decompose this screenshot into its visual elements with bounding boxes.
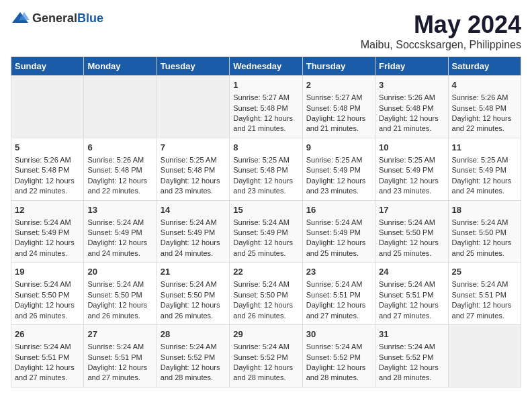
calendar-cell: 1Sunrise: 5:27 AMSunset: 5:48 PMDaylight… — [230, 76, 302, 138]
day-number: 21 — [161, 266, 226, 278]
day-info: Sunrise: 5:25 AM — [379, 155, 444, 165]
day-info: and 26 minutes. — [161, 311, 226, 321]
calendar-cell: 28Sunrise: 5:24 AMSunset: 5:52 PMDayligh… — [157, 325, 229, 387]
day-number: 1 — [233, 79, 298, 91]
day-info: Sunset: 5:49 PM — [161, 228, 226, 238]
week-row-4: 19Sunrise: 5:24 AMSunset: 5:50 PMDayligh… — [11, 263, 521, 325]
calendar-cell: 14Sunrise: 5:24 AMSunset: 5:49 PMDayligh… — [157, 200, 229, 263]
day-number: 26 — [15, 328, 80, 340]
day-info: Sunset: 5:48 PM — [452, 103, 517, 113]
day-info: Sunrise: 5:24 AM — [306, 342, 371, 352]
day-number: 31 — [379, 328, 444, 340]
header-day-friday: Friday — [375, 57, 448, 76]
calendar-cell: 19Sunrise: 5:24 AMSunset: 5:50 PMDayligh… — [11, 263, 84, 325]
day-info: Daylight: 12 hours — [452, 113, 517, 124]
day-number: 17 — [379, 204, 444, 216]
day-info: Sunset: 5:48 PM — [233, 165, 298, 175]
day-info: Sunrise: 5:25 AM — [452, 155, 517, 165]
day-info: Daylight: 12 hours — [161, 363, 226, 373]
header-day-thursday: Thursday — [302, 57, 375, 76]
day-info: Sunrise: 5:26 AM — [452, 93, 517, 103]
day-info: and 25 minutes. — [379, 248, 444, 259]
day-number: 30 — [306, 328, 371, 340]
day-info: Sunset: 5:49 PM — [87, 228, 152, 238]
day-info: Sunset: 5:51 PM — [306, 290, 371, 300]
calendar-cell: 11Sunrise: 5:25 AMSunset: 5:49 PMDayligh… — [448, 138, 521, 200]
day-info: Daylight: 12 hours — [15, 176, 80, 186]
calendar-cell: 13Sunrise: 5:24 AMSunset: 5:49 PMDayligh… — [84, 200, 157, 263]
day-info: and 27 minutes. — [452, 311, 517, 321]
day-info: Sunrise: 5:24 AM — [161, 342, 226, 352]
day-info: Daylight: 12 hours — [87, 238, 152, 248]
day-info: and 28 minutes. — [161, 373, 226, 383]
day-info: Sunrise: 5:24 AM — [15, 218, 80, 228]
day-info: Daylight: 12 hours — [233, 363, 298, 373]
day-number: 5 — [15, 142, 80, 154]
week-row-3: 12Sunrise: 5:24 AMSunset: 5:49 PMDayligh… — [11, 200, 521, 263]
calendar-cell: 24Sunrise: 5:24 AMSunset: 5:51 PMDayligh… — [375, 263, 448, 325]
day-info: and 21 minutes. — [306, 124, 371, 134]
day-number: 14 — [161, 204, 226, 216]
day-info: Daylight: 12 hours — [233, 113, 298, 124]
calendar-cell — [11, 76, 84, 138]
day-info: Sunrise: 5:24 AM — [161, 279, 226, 289]
day-number: 12 — [15, 204, 80, 216]
day-info: Sunset: 5:49 PM — [306, 165, 371, 175]
day-info: Daylight: 12 hours — [306, 238, 371, 248]
day-info: Sunset: 5:51 PM — [379, 290, 444, 300]
calendar-cell: 26Sunrise: 5:24 AMSunset: 5:51 PMDayligh… — [11, 325, 84, 387]
day-number: 6 — [87, 142, 152, 154]
week-row-5: 26Sunrise: 5:24 AMSunset: 5:51 PMDayligh… — [11, 325, 521, 387]
day-info: Sunrise: 5:24 AM — [379, 342, 444, 352]
day-info: Sunrise: 5:24 AM — [379, 279, 444, 289]
day-info: and 22 minutes. — [15, 186, 80, 196]
day-info: Sunrise: 5:24 AM — [233, 279, 298, 289]
calendar-cell: 18Sunrise: 5:24 AMSunset: 5:50 PMDayligh… — [448, 200, 521, 263]
header-day-monday: Monday — [84, 57, 157, 76]
day-info: Sunset: 5:49 PM — [233, 228, 298, 238]
day-info: Daylight: 12 hours — [15, 363, 80, 373]
day-info: Sunrise: 5:24 AM — [306, 279, 371, 289]
day-info: Sunrise: 5:24 AM — [87, 342, 152, 352]
day-info: Sunset: 5:52 PM — [233, 353, 298, 363]
logo-general: General — [32, 11, 77, 25]
week-row-2: 5Sunrise: 5:26 AMSunset: 5:48 PMDaylight… — [11, 138, 521, 200]
calendar-cell: 27Sunrise: 5:24 AMSunset: 5:51 PMDayligh… — [84, 325, 157, 387]
day-info: and 26 minutes. — [87, 311, 152, 321]
day-info: Sunset: 5:52 PM — [161, 353, 226, 363]
calendar-body: 1Sunrise: 5:27 AMSunset: 5:48 PMDaylight… — [11, 76, 521, 387]
page-header: GeneralBlue May 2024 Maibu, Soccsksargen… — [11, 11, 521, 51]
header-row: SundayMondayTuesdayWednesdayThursdayFrid… — [11, 57, 521, 76]
title-area: May 2024 Maibu, Soccsksargen, Philippine… — [361, 11, 521, 51]
day-info: Sunrise: 5:24 AM — [452, 279, 517, 289]
calendar-cell: 15Sunrise: 5:24 AMSunset: 5:49 PMDayligh… — [230, 200, 302, 263]
logo-blue: Blue — [77, 11, 103, 25]
day-info: Sunrise: 5:27 AM — [233, 93, 298, 103]
day-number: 27 — [87, 328, 152, 340]
day-info: and 24 minutes. — [87, 248, 152, 259]
calendar-cell: 25Sunrise: 5:24 AMSunset: 5:51 PMDayligh… — [448, 263, 521, 325]
day-info: Sunset: 5:52 PM — [379, 353, 444, 363]
day-info: Sunrise: 5:24 AM — [452, 218, 517, 228]
day-number: 19 — [15, 266, 80, 278]
day-info: Daylight: 12 hours — [452, 176, 517, 186]
day-info: Daylight: 12 hours — [161, 238, 226, 248]
day-info: Daylight: 12 hours — [87, 176, 152, 186]
day-info: Sunrise: 5:24 AM — [87, 218, 152, 228]
calendar-cell: 8Sunrise: 5:25 AMSunset: 5:48 PMDaylight… — [230, 138, 302, 200]
calendar-cell — [448, 325, 521, 387]
day-info: Daylight: 12 hours — [452, 300, 517, 310]
day-info: Sunset: 5:48 PM — [87, 165, 152, 175]
day-info: Daylight: 12 hours — [161, 176, 226, 186]
calendar-cell: 9Sunrise: 5:25 AMSunset: 5:49 PMDaylight… — [302, 138, 375, 200]
day-info: Sunset: 5:50 PM — [87, 290, 152, 300]
day-info: and 27 minutes. — [379, 311, 444, 321]
calendar-cell — [157, 76, 229, 138]
subtitle: Maibu, Soccsksargen, Philippines — [361, 39, 521, 51]
calendar-cell: 30Sunrise: 5:24 AMSunset: 5:52 PMDayligh… — [302, 325, 375, 387]
day-info: and 23 minutes. — [233, 186, 298, 196]
day-info: Sunset: 5:52 PM — [306, 353, 371, 363]
day-info: Daylight: 12 hours — [379, 300, 444, 310]
day-info: and 23 minutes. — [306, 186, 371, 196]
day-info: Daylight: 12 hours — [15, 300, 80, 310]
